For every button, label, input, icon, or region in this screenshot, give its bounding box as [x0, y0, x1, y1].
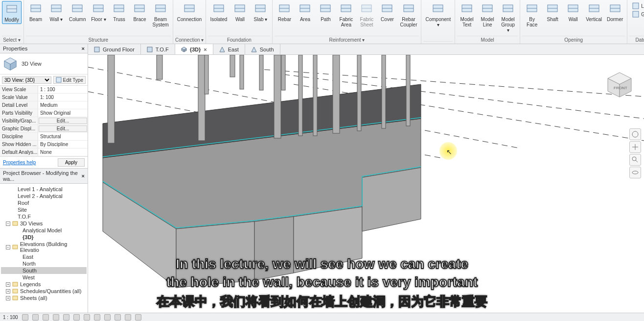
property-row[interactable]: Default Analys...None [0, 148, 88, 156]
slab-tool[interactable]: Slab ▾ [251, 1, 270, 23]
view-cube[interactable]: FRONT [604, 70, 635, 101]
tree-node[interactable]: +Legends [1, 281, 87, 288]
tree-item[interactable]: {3D} [1, 234, 87, 241]
tab-south[interactable]: South [245, 44, 280, 54]
tree-item[interactable]: Analytical Model [1, 227, 87, 234]
property-row[interactable]: Scale Value1: 100 [0, 94, 88, 101]
tab-east[interactable]: East [213, 44, 245, 54]
pan-button[interactable] [629, 141, 641, 153]
fabric-area-tool[interactable]: Fabric Area [336, 1, 356, 28]
floor-tool[interactable]: Floor ▾ [89, 1, 108, 23]
status-icon-12[interactable] [135, 314, 141, 321]
property-row[interactable]: View Scale1 : 100 [0, 86, 88, 94]
by-face-tool[interactable]: By Face [522, 1, 542, 28]
project-browser[interactable]: Level 1 - AnalyticalLevel 2 - Analytical… [0, 184, 88, 313]
zoom-button[interactable] [629, 154, 641, 166]
tree-item[interactable]: South [1, 267, 87, 274]
status-icon-9[interactable] [104, 314, 111, 321]
status-icon-1[interactable] [22, 314, 28, 321]
rebar-coupler-tool[interactable]: Rebar Coupler [398, 1, 419, 28]
foundation-wall-tool[interactable]: Wall [230, 1, 250, 23]
rebar-tool[interactable]: Rebar [275, 1, 294, 23]
properties-help-link[interactable]: Properties help [3, 160, 36, 165]
status-icon-11[interactable] [125, 314, 131, 321]
wall-tool[interactable]: Wall ▾ [46, 1, 66, 23]
property-value[interactable]: 1 : 100 [38, 86, 88, 93]
property-value[interactable]: None [38, 148, 88, 156]
path-tool[interactable]: Path [316, 1, 335, 23]
property-value[interactable]: Show Original [38, 109, 88, 117]
tree-expand-icon[interactable]: − [6, 245, 10, 249]
column-tool[interactable]: Column [67, 1, 88, 23]
beam-tool[interactable]: Beam [26, 1, 46, 23]
svg-rect-103 [357, 55, 361, 131]
tree-item[interactable]: Roof [1, 199, 87, 206]
tree-item[interactable]: Site [1, 206, 87, 213]
status-icon-5[interactable] [63, 314, 69, 321]
model-text-tool[interactable]: Model Text [457, 1, 477, 28]
properties-type-selector[interactable]: 3D View [0, 53, 88, 74]
isolated-tool[interactable]: Isolated [208, 1, 229, 23]
instance-selector[interactable]: 3D View: {3D} [2, 76, 51, 84]
property-value[interactable]: Medium [38, 101, 88, 109]
brace-tool[interactable]: Brace [130, 1, 149, 23]
tree-node[interactable]: +Sheets (all) [1, 295, 87, 301]
property-row[interactable]: Show Hidden ...By Discipline [0, 141, 88, 148]
property-row[interactable]: Visibility/Grap...Edit... [0, 117, 88, 125]
tree-item[interactable]: North [1, 260, 87, 267]
opening-wall-tool[interactable]: Wall [563, 1, 583, 23]
tree-expand-icon[interactable]: − [6, 222, 10, 226]
property-edit-button[interactable]: Edit... [39, 118, 87, 124]
status-icon-3[interactable] [43, 314, 49, 321]
property-value[interactable]: Structural [38, 133, 88, 140]
beam-system-tool[interactable]: Beam System [150, 1, 170, 28]
tree-expand-icon[interactable]: + [6, 282, 10, 287]
shaft-tool[interactable]: Shaft [543, 1, 562, 23]
tab-ground-floor[interactable]: Ground Floor [88, 44, 141, 54]
status-scale[interactable]: 1 : 100 [3, 315, 18, 320]
tab-close-icon[interactable]: × [204, 47, 207, 52]
model-line-tool[interactable]: Model Line [478, 1, 497, 28]
property-row[interactable]: Parts VisibilityShow Original [0, 109, 88, 117]
viewport-3d[interactable]: FRONT ↖ [88, 55, 644, 313]
project-browser-close-icon[interactable]: × [82, 173, 85, 179]
component-tool[interactable]: Component ▾ [423, 1, 453, 28]
vertical-tool[interactable]: Vertical [584, 1, 604, 23]
tree-item[interactable]: T.O.F [1, 213, 87, 220]
tree-expand-icon[interactable]: + [6, 296, 10, 300]
apply-button[interactable]: Apply [58, 158, 85, 167]
status-icon-4[interactable] [53, 314, 59, 321]
status-icon-7[interactable] [84, 314, 90, 321]
property-edit-button[interactable]: Edit... [39, 125, 87, 132]
properties-close-icon[interactable]: × [82, 46, 85, 51]
modify-tool[interactable]: Modify [2, 1, 22, 24]
model-group-tool[interactable]: Model Group ▾ [498, 1, 518, 34]
property-value[interactable]: 1: 100 [38, 94, 88, 101]
steering-wheel-button[interactable] [629, 128, 641, 140]
property-value[interactable]: By Discipline [38, 141, 88, 148]
connection-tool[interactable]: Connection [175, 1, 204, 23]
edit-type-button[interactable]: Edit Type [53, 76, 86, 84]
cover-tool[interactable]: Cover [377, 1, 397, 23]
dormer-tool[interactable]: Dormer [605, 1, 625, 23]
orbit-button[interactable] [629, 167, 641, 178]
tree-node[interactable]: −3D Views [1, 220, 87, 227]
status-icon-10[interactable] [115, 314, 121, 321]
tab-3d[interactable]: {3D}× [175, 44, 213, 54]
tree-item[interactable]: East [1, 253, 87, 260]
tree-item[interactable]: Level 2 - Analytical [1, 193, 87, 199]
tree-node[interactable]: +Schedules/Quantities (all) [1, 288, 87, 295]
tree-expand-icon[interactable]: + [6, 289, 10, 294]
property-row[interactable]: DisciplineStructural [0, 133, 88, 141]
property-row[interactable]: Graphic Displ...Edit... [0, 125, 88, 133]
status-icon-8[interactable] [94, 314, 100, 321]
tree-node[interactable]: −Elevations (Building Elevatio [1, 241, 87, 253]
property-row[interactable]: Detail LevelMedium [0, 101, 88, 109]
area-tool[interactable]: Area [295, 1, 315, 23]
status-icon-2[interactable] [32, 314, 39, 321]
tree-item[interactable]: Level 1 - Analytical [1, 186, 87, 193]
status-icon-6[interactable] [73, 314, 80, 321]
tab-tof[interactable]: T.O.F [141, 44, 175, 54]
truss-tool[interactable]: Truss [109, 1, 129, 23]
tree-item[interactable]: West [1, 274, 87, 281]
